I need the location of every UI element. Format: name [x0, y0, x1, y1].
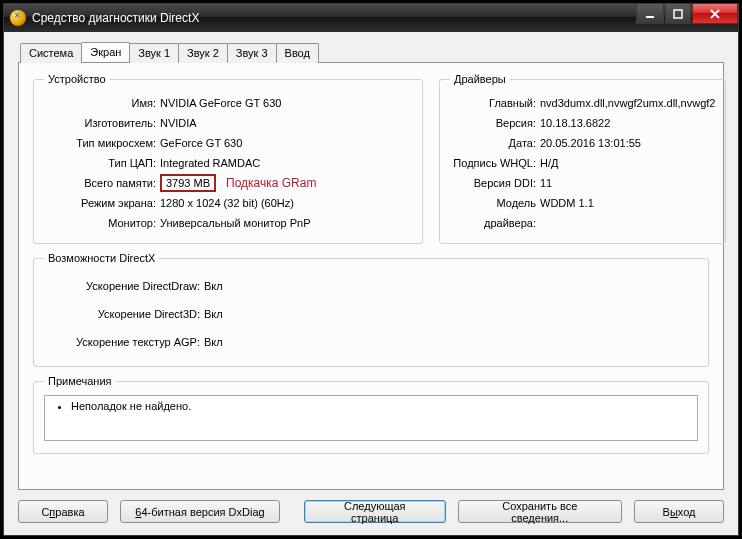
next-page-button[interactable]: Следующая страница	[304, 500, 446, 523]
driver-whql: Н/Д	[540, 153, 715, 173]
save-all-button[interactable]: Сохранить все сведения...	[458, 500, 623, 523]
svg-rect-0	[646, 16, 654, 18]
device-group: Устройство Имя:NVIDIA GeForce GT 630 Изг…	[33, 73, 423, 244]
label: Ускорение Direct3D:	[44, 300, 204, 328]
bit64-button[interactable]: 64-битная версия DxDiag	[120, 500, 280, 523]
minimize-button[interactable]	[636, 4, 664, 24]
exit-button[interactable]: Выход	[634, 500, 724, 523]
driver-main: nvd3dumx.dll,nvwgf2umx.dll,nvwgf2	[540, 93, 715, 113]
window-buttons	[635, 4, 738, 24]
label: Дата:	[450, 133, 540, 153]
window-title: Средство диагностики DirectX	[32, 11, 199, 25]
device-monitor: Универсальный монитор PnP	[160, 213, 412, 233]
dxcap-ddraw: Вкл	[204, 272, 698, 300]
tab-sound1[interactable]: Звук 1	[129, 43, 179, 63]
label: Подпись WHQL:	[450, 153, 540, 173]
tab-sound2[interactable]: Звук 2	[178, 43, 228, 63]
tab-strip: Система Экран Звук 1 Звук 2 Звук 3 Ввод	[20, 43, 724, 63]
device-mode: 1280 x 1024 (32 bit) (60Hz)	[160, 193, 412, 213]
title-bar[interactable]: Средство диагностики DirectX	[4, 4, 738, 32]
label: Изготовитель:	[44, 113, 160, 133]
annotation: Подкачка GRam	[226, 176, 316, 190]
maximize-button[interactable]	[665, 4, 691, 24]
dx-capabilities-group: Возможности DirectX Ускорение DirectDraw…	[33, 252, 709, 367]
client-area: Система Экран Звук 1 Звук 2 Звук 3 Ввод …	[4, 32, 738, 535]
tab-screen[interactable]: Экран	[81, 42, 130, 62]
tab-sound3[interactable]: Звук 3	[227, 43, 277, 63]
notes-legend: Примечания	[44, 375, 116, 387]
notes-text: Неполадок не найдено.	[71, 400, 687, 412]
close-button[interactable]	[692, 4, 738, 24]
dxcap-d3d: Вкл	[204, 300, 698, 328]
driver-version: 10.18.13.6822	[540, 113, 715, 133]
driver-ddi: 11	[540, 173, 715, 193]
device-memory: 3793 МВ	[160, 174, 216, 192]
label: Ускорение текстур AGP:	[44, 328, 204, 356]
label: Тип ЦАП:	[44, 153, 160, 173]
app-window: Средство диагностики DirectX Система Экр…	[3, 3, 739, 536]
drivers-group: Драйверы Главный:nvd3dumx.dll,nvwgf2umx.…	[439, 73, 726, 244]
notes-group: Примечания Неполадок не найдено.	[33, 375, 709, 454]
tab-system[interactable]: Система	[20, 43, 82, 63]
notes-box[interactable]: Неполадок не найдено.	[44, 395, 698, 441]
device-vendor: NVIDIA	[160, 113, 412, 133]
label: Монитор:	[44, 213, 160, 233]
dxcap-legend: Возможности DirectX	[44, 252, 159, 264]
dxcap-agp: Вкл	[204, 328, 698, 356]
button-bar: Справка 64-битная версия DxDiag Следующа…	[18, 500, 724, 523]
help-button[interactable]: Справка	[18, 500, 108, 523]
svg-rect-1	[674, 10, 682, 18]
label: Версия:	[450, 113, 540, 133]
device-legend: Устройство	[44, 73, 110, 85]
drivers-legend: Драйверы	[450, 73, 510, 85]
label: Главный:	[450, 93, 540, 113]
driver-date: 20.05.2016 13:01:55	[540, 133, 715, 153]
device-name: NVIDIA GeForce GT 630	[160, 93, 412, 113]
label: Ускорение DirectDraw:	[44, 272, 204, 300]
tab-input[interactable]: Ввод	[276, 43, 319, 63]
label: Всего памяти:	[44, 173, 160, 193]
label: Тип микросхем:	[44, 133, 160, 153]
tab-page: Устройство Имя:NVIDIA GeForce GT 630 Изг…	[18, 62, 724, 490]
label: Режим экрана:	[44, 193, 160, 213]
label: Версия DDI:	[450, 173, 540, 193]
label: Имя:	[44, 93, 160, 113]
label: Модель драйвера:	[450, 193, 540, 233]
device-chip: GeForce GT 630	[160, 133, 412, 153]
driver-model: WDDM 1.1	[540, 193, 715, 233]
app-icon	[10, 10, 26, 26]
device-dac: Integrated RAMDAC	[160, 153, 412, 173]
